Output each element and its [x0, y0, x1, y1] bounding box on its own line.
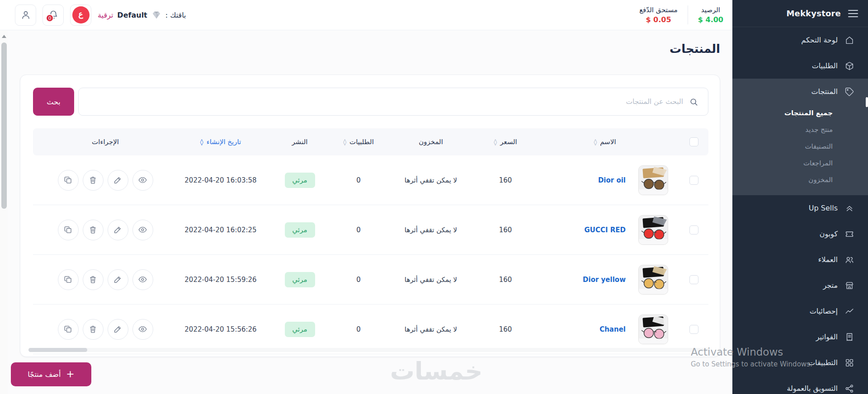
language-button[interactable]: ع [70, 5, 91, 26]
sidebar-item-label: لوحة التحكم [801, 36, 838, 44]
column-header-label: المخزون [419, 138, 443, 146]
tag-icon [844, 87, 854, 97]
search-button[interactable]: بحث [33, 88, 74, 116]
orders-cell: 0 [336, 276, 381, 284]
account-button[interactable] [15, 5, 36, 26]
row-checkbox[interactable] [689, 325, 698, 334]
topbar: الرصيد 4.00 $ مستحق الدّفع 0.05 $ باقتك … [0, 0, 732, 30]
duplicate-button[interactable] [58, 269, 79, 290]
edit-button[interactable] [108, 220, 128, 240]
sidebar-item-categories[interactable]: التصنيفات [732, 138, 868, 155]
add-product-button[interactable]: + أضف منتجًا [11, 362, 91, 386]
sidebar-item-dashboard[interactable]: لوحة التحكم [732, 27, 868, 53]
view-button[interactable] [132, 319, 153, 340]
share-network-icon [844, 384, 854, 394]
apps-grid-icon [844, 358, 854, 368]
trash-icon [88, 324, 98, 334]
sidebar-item-coupon[interactable]: كوبون [732, 221, 868, 247]
row-checkbox-cell [679, 176, 708, 185]
sidebar-item-label: العملاء [818, 255, 838, 264]
product-image [638, 265, 668, 295]
page-scrollbar-thumb[interactable] [1, 42, 7, 209]
product-name-link[interactable]: Dior yellow [583, 276, 626, 284]
sidebar-item-label: متجر [823, 281, 838, 290]
product-name-cell: Dior yellow [530, 265, 679, 295]
delete-button[interactable] [83, 170, 104, 191]
balance-label: الرصيد [701, 6, 720, 14]
sidebar-item-all-products[interactable]: جميع المنتجات [732, 104, 868, 121]
page-scrollbar[interactable] [0, 31, 8, 394]
sidebar-item-customers[interactable]: العملاء [732, 247, 868, 272]
due-value: 0.05 $ [646, 15, 671, 24]
sort-icon: ◊ [494, 138, 497, 145]
delete-button[interactable] [83, 319, 104, 340]
sidebar-item-inventory[interactable]: المخزون [732, 171, 868, 188]
due-label: مستحق الدّفع [639, 6, 678, 14]
view-button[interactable] [132, 170, 153, 191]
view-button[interactable] [132, 269, 153, 290]
sidebar-item-reviews[interactable]: المراجعات [732, 155, 868, 171]
row-checkbox[interactable] [689, 275, 698, 284]
product-name-link[interactable]: GUCCI RED [584, 226, 626, 234]
sidebar-item-statistics[interactable]: إحصائيات [732, 298, 868, 324]
sidebar-item-new-product[interactable]: منتج جديد [732, 121, 868, 138]
delete-button[interactable] [83, 220, 104, 240]
duplicate-button[interactable] [58, 170, 79, 191]
row-checkbox-cell [679, 275, 708, 284]
status-cell: مرئي [264, 272, 336, 287]
product-name-link[interactable]: Chanel [599, 325, 626, 333]
view-button[interactable] [132, 220, 153, 240]
orders-cell: 0 [336, 176, 381, 184]
hamburger-menu-icon[interactable] [848, 10, 858, 17]
stock-cell: لا يمكن تقفي أثرها [381, 325, 481, 333]
sidebar-item-apps[interactable]: التطبيقات [732, 350, 868, 375]
scrollbar-up-arrow-icon[interactable] [2, 35, 6, 38]
column-header-name[interactable]: الاسم◊ [530, 138, 679, 146]
main-content: المنتجات بحث الاسم◊السعر◊المخزونالطلبيات… [0, 30, 732, 394]
sidebar-item-orders[interactable]: الطلبيات [732, 53, 868, 79]
stock-cell: لا يمكن تقفي أثرها [381, 176, 481, 184]
sidebar-item-store[interactable]: متجر [732, 272, 868, 298]
upgrade-link[interactable]: ترقية [98, 11, 113, 19]
edit-button[interactable] [108, 269, 128, 290]
copy-icon [63, 175, 73, 185]
sidebar-scrollbar-thumb[interactable] [866, 97, 868, 107]
product-image [638, 165, 668, 195]
sidebar-item-affiliate[interactable]: التسويق بالعمولة [732, 375, 868, 394]
sidebar-item-upsells[interactable]: Up Sells [732, 195, 868, 221]
gem-icon [151, 10, 161, 20]
select-all-checkbox[interactable] [689, 137, 698, 146]
edit-button[interactable] [108, 170, 128, 191]
sidebar-products-section: المنتجاتجميع المنتجاتمنتج جديدالتصنيفاتا… [732, 79, 868, 195]
status-cell: مرئي [264, 222, 336, 238]
sort-icon: ◊ [343, 138, 346, 145]
storefront-icon [844, 281, 854, 291]
duplicate-button[interactable] [58, 220, 79, 240]
table-hscrollbar-track[interactable] [28, 348, 709, 352]
sidebar-item-products[interactable]: المنتجات [732, 79, 868, 104]
edit-button[interactable] [108, 319, 128, 340]
row-checkbox[interactable] [689, 176, 698, 185]
sidebar-item-label: Up Sells [809, 204, 838, 212]
table-hscrollbar-thumb[interactable] [28, 348, 87, 352]
column-header-price[interactable]: السعر◊ [481, 138, 530, 146]
actions-cell [33, 319, 178, 340]
price-cell: 160 [481, 226, 530, 234]
search-input[interactable] [88, 98, 683, 106]
duplicate-button[interactable] [58, 319, 79, 340]
stock-cell: لا يمكن تقفي أثرها [381, 226, 481, 234]
column-header-created[interactable]: تاريخ الإنشاء◊ [178, 138, 264, 146]
eye-icon [138, 225, 147, 235]
receipt-icon [844, 332, 854, 342]
eye-icon [138, 275, 147, 284]
sidebar-item-invoices[interactable]: الفواتير [732, 324, 868, 350]
row-checkbox[interactable] [689, 225, 698, 235]
product-name-cell: Chanel [530, 314, 679, 344]
price-cell: 160 [481, 176, 530, 184]
delete-button[interactable] [83, 269, 104, 290]
notifications-button[interactable]: 0 [42, 5, 64, 26]
product-name-link[interactable]: Dior oil [598, 176, 626, 184]
language-icon: ع [72, 6, 90, 23]
column-header-orders[interactable]: الطلبيات◊ [336, 138, 381, 146]
table-body: Dior oil160لا يمكن تقفي أثرها0مرئي16:03:… [33, 155, 708, 354]
